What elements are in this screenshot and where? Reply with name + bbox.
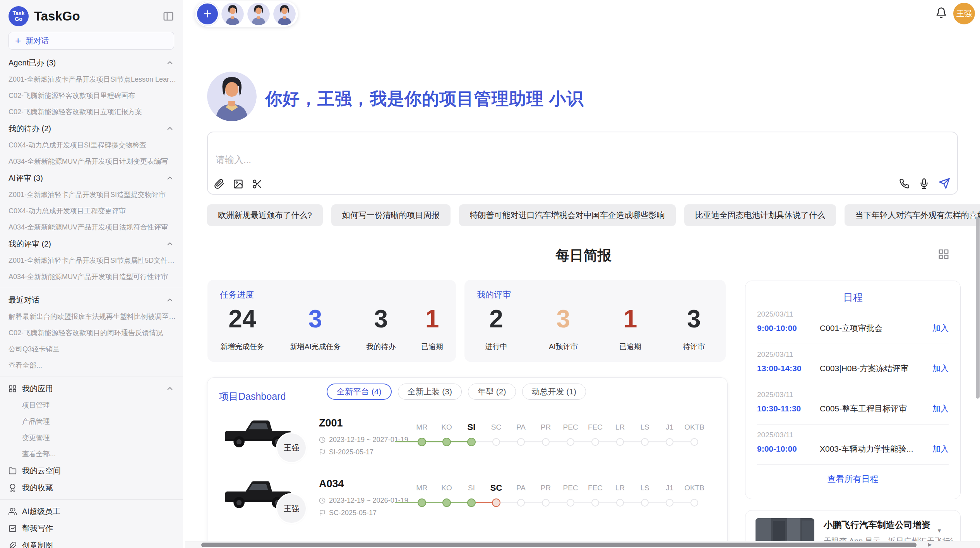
flag-icon [319,449,326,456]
session-avatars [221,3,296,25]
message-input[interactable] [215,154,603,166]
session-avatar[interactable] [247,3,270,25]
suggestion-chip[interactable]: 当下年轻人对汽车外观有怎样的喜好趋势 [845,204,980,226]
milestone-label: FEC [583,482,608,494]
vertical-scrollbar-thumb[interactable] [976,217,980,399]
suggestion-chip[interactable]: 比亚迪全固态电池计划具体说了什么 [684,204,836,226]
session-avatar[interactable] [221,3,244,25]
sidebar-task-item[interactable]: C02-飞腾新能源轻客改款项目里程碑画布 [0,87,183,104]
sidebar-recent-item[interactable]: C02-飞腾新能源轻客改款项目的闭环通告反馈情况 [0,325,183,341]
voice-call-icon[interactable] [899,178,910,189]
milestone-dot [492,498,500,507]
schedule-time: 13:00-14:30 [757,364,820,373]
milestone-label: PR [533,421,558,433]
scroll-down-arrow-icon[interactable]: ▼ [937,527,942,534]
sidebar-task-item[interactable]: Z001-全新燃油轻卡产品开发项目SI造型提交物评审 [0,187,183,203]
session-avatar[interactable] [273,3,296,25]
sidebar-task-item[interactable]: Z001-全新燃油轻卡产品开发项目SI节点属性5D文件评审 [0,252,183,269]
sidebar-task-item[interactable]: C0X4-动力总成开发项目SI里程碑提交物检查 [0,137,183,153]
new-chat-button[interactable]: + 新对话 [9,32,174,50]
join-meeting-link[interactable]: 加入 [932,444,949,454]
dashboard-tab[interactable]: 全新平台 (4) [327,384,392,400]
divider [0,288,183,288]
view-all-schedule-link[interactable]: 查看所有日程 [745,473,960,485]
join-meeting-link[interactable]: 加入 [932,403,949,414]
suggestion-chip[interactable]: 如何写一份清晰的项目周报 [331,204,451,226]
schedule-time: 9:00-10:00 [757,324,820,333]
briefing-card-title: 我的评审 [477,289,511,301]
sidebar-recent-header[interactable]: 最近对话 [0,291,183,308]
stat-item: 1已逾期 [619,305,641,352]
app-title: TaskGo [34,9,157,24]
chevron-up-icon [166,58,174,67]
sidebar-section-header[interactable]: AI评审 (3) [0,170,183,187]
attach-file-icon[interactable] [214,179,224,189]
sidebar-recent-item[interactable]: 查看全部... [0,357,183,373]
microphone-icon[interactable] [919,178,929,189]
milestone-label: PEC [558,482,583,494]
add-session-button[interactable]: + [197,3,218,24]
scroll-right-arrow-icon[interactable]: ▶ [928,542,932,547]
sidebar-task-item[interactable]: Z001-全新燃油皮卡产品开发项目SI节点Lesson Learn报告 [0,71,183,87]
milestone-dot [641,499,649,507]
sidebar-item-collection[interactable]: 我的收藏 [0,479,183,496]
sidebar-tool-label: 创意制图 [22,540,174,548]
sidebar-app-item[interactable]: 变更管理 [0,430,183,446]
sidebar-section-header[interactable]: Agent已办 (3) [0,54,183,71]
milestone-dot [467,498,476,507]
assistant-avatar [207,72,257,121]
briefing-layout-icon[interactable] [938,248,949,260]
project-flag-text: SI-2025-05-17 [329,448,373,456]
project-row[interactable]: 王强A0342023-12-19 ~ 2026-01-19SC-2025-05-… [207,461,727,522]
project-row[interactable]: 王强Z0012023-12-19 ~ 2027-01-19SI-2025-05-… [207,400,727,461]
sidebar-recent-item[interactable]: 解释最新出台的欧盟报废车法规再生塑料比例被调至15%... [0,308,183,325]
sidebar-tool-ai-staff[interactable]: AI超级员工 [0,503,183,520]
screenshot-icon[interactable] [252,179,262,189]
dashboard-tab[interactable]: 全新上装 (3) [398,384,462,400]
sidebar-section-header[interactable]: 我的评审 (2) [0,235,183,252]
sidebar-recent-item[interactable]: 公司Q3轻卡销量 [0,341,183,357]
sidebar-item-folder[interactable]: 我的云空间 [0,462,183,479]
join-meeting-link[interactable]: 加入 [932,323,949,334]
collapse-sidebar-icon[interactable] [163,10,174,22]
sidebar-section-header[interactable]: 我的待办 (2) [0,120,183,137]
milestone-dot [442,438,451,446]
suggestion-chip[interactable]: 欧洲新规最近颁布了什么? [207,204,323,226]
sidebar-task-item[interactable]: C0X4-动力总成开发项目工程变更评审 [0,203,183,219]
horizontal-scrollbar-thumb[interactable] [201,543,917,547]
sidebar-task-item[interactable]: A034-全新新能源MUV产品开发项目造型可行性评审 [0,269,183,285]
milestone-dot [567,499,574,507]
sidebar-tool-write[interactable]: 帮我写作 [0,520,183,537]
stat-label: 已逾期 [619,342,641,352]
chevron-up-icon [166,174,174,182]
milestone-label: LS [632,482,657,494]
milestone-label: MR [409,482,434,494]
milestone-dot [616,438,624,446]
horizontal-scrollbar[interactable]: ▶ [185,541,980,548]
sidebar-app-item[interactable]: 产品管理 [0,413,183,430]
send-icon[interactable] [939,178,950,189]
attach-image-icon[interactable] [233,179,243,189]
user-avatar-badge[interactable]: 王强 [953,3,975,24]
chat-input-card[interactable] [207,132,958,195]
sidebar-app-item[interactable]: 项目管理 [0,397,183,413]
milestone-label: PEC [558,421,583,433]
sidebar-app-item[interactable]: 查看全部... [0,446,183,462]
sidebar-task-item[interactable]: A034-全新新能源MUV产品开发项目计划变更表编写 [0,153,183,170]
sidebar-tool-draw[interactable]: 创意制图 [0,537,183,548]
notification-bell-icon[interactable] [935,7,947,19]
ai-staff-icon [9,507,17,515]
input-action-tools [899,178,950,189]
project-dates: 2023-12-19 ~ 2027-01-19 [319,436,408,444]
join-meeting-link[interactable]: 加入 [932,363,949,374]
write-icon [9,524,17,533]
dashboard-tab[interactable]: 年型 (2) [468,384,516,400]
dashboard-tab[interactable]: 动总开发 (1) [522,384,586,400]
sidebar-task-item[interactable]: C02-飞腾新能源轻客改款项目立项汇报方案 [0,104,183,120]
sidebar-item-my-apps[interactable]: 我的应用 [0,380,183,397]
suggestion-chip[interactable]: 特朗普可能对进口汽车增税会对中国车企造成哪些影响 [459,204,676,226]
milestone-dot [542,499,550,507]
stat-item: 3AI预评审 [549,305,578,352]
sidebar-task-item[interactable]: A034-全新新能源MUV产品开发项目法规符合性评审 [0,219,183,235]
project-date-range: 2023-12-19 ~ 2026-01-19 [329,497,408,505]
